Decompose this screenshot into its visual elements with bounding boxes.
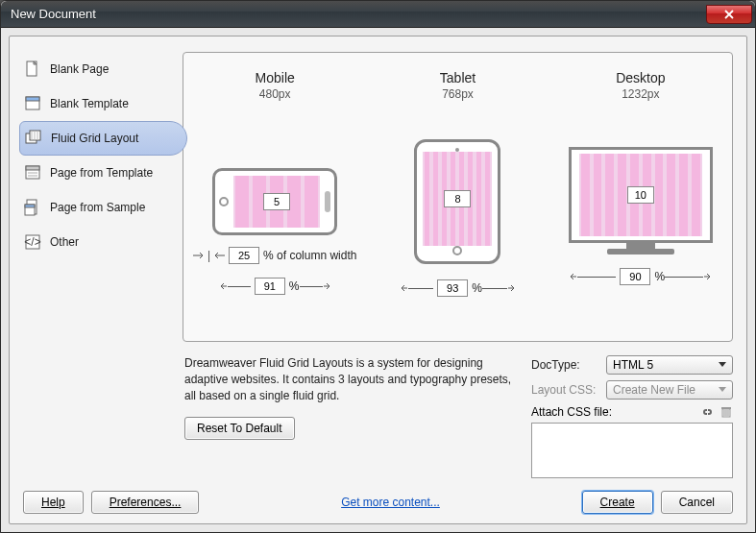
layoutcss-select: Create New File (606, 380, 733, 400)
template-icon (23, 94, 42, 113)
fluid-grid-icon (24, 129, 43, 148)
doc-options: DocType: HTML 5 Layout CSS: Create New F… (531, 355, 733, 478)
sidebar-item-label: Fluid Grid Layout (51, 132, 138, 145)
page-icon (23, 60, 42, 79)
category-sidebar: Blank Page Blank Template Fluid Grid Lay… (19, 52, 173, 259)
svg-rect-2 (26, 97, 39, 101)
column-width-suffix: % of column width (263, 249, 356, 262)
titlebar: New Document (1, 1, 755, 28)
arrow-right-icon (323, 281, 330, 291)
doctype-select[interactable]: HTML 5 (606, 355, 733, 375)
layoutcss-value: Create New File (613, 383, 695, 397)
arrow-right-icon (703, 272, 711, 281)
device-resolution: 768px (442, 87, 474, 101)
svg-rect-21 (721, 407, 731, 409)
monitor-mock (569, 120, 713, 254)
sidebar-item-label: Other (50, 235, 79, 249)
doctype-label: DocType: (531, 358, 606, 372)
fluid-grid-preview: Mobile 480px | (183, 52, 733, 342)
chevron-down-icon (719, 387, 726, 393)
percent-suffix: % (289, 279, 300, 293)
sidebar-item-label: Page from Sample (50, 201, 145, 214)
device-title: Mobile (256, 70, 295, 85)
dialog-content: Blank Page Blank Template Fluid Grid Lay… (9, 36, 747, 524)
device-resolution: 1232px (622, 87, 659, 101)
phone-mock (212, 120, 337, 235)
css-file-list[interactable] (531, 423, 733, 478)
create-button[interactable]: Create (582, 491, 653, 514)
device-title: Tablet (440, 70, 476, 85)
mobile-percent-input[interactable] (255, 278, 285, 295)
layoutcss-label: Layout CSS: (531, 383, 606, 397)
sidebar-item-fluid-grid[interactable]: Fluid Grid Layout (19, 121, 187, 156)
sidebar-item-blank-template[interactable]: Blank Template (19, 86, 173, 121)
help-button[interactable]: Help (23, 491, 84, 514)
preferences-button[interactable]: Preferences... (91, 491, 200, 514)
sidebar-item-label: Blank Page (50, 62, 109, 76)
page-template-icon (23, 163, 42, 182)
device-tablet: Tablet 768px (366, 53, 549, 341)
chevron-down-icon (719, 362, 726, 368)
sidebar-item-label: Page from Template (50, 166, 153, 180)
link-icon[interactable] (700, 406, 714, 418)
mobile-columns-input[interactable] (263, 193, 290, 210)
close-button[interactable] (706, 5, 752, 24)
svg-rect-14 (25, 205, 35, 207)
attach-css-label: Attach CSS file: (531, 405, 612, 419)
desktop-percent-input[interactable] (620, 268, 650, 285)
dialog-footer: Help Preferences... Get more content... … (10, 491, 746, 514)
tablet-mock (414, 120, 500, 264)
tablet-percent-input[interactable] (437, 279, 468, 297)
arrow-right-icon (193, 251, 207, 260)
sidebar-item-page-from-sample[interactable]: Page from Sample (19, 190, 173, 225)
percent-suffix: % (654, 270, 665, 283)
dialog-window: New Document Blank Page Blank Template F… (0, 0, 756, 533)
page-sample-icon (23, 198, 42, 217)
device-title: Desktop (616, 70, 665, 85)
sidebar-item-label: Blank Template (50, 97, 129, 110)
arrow-left-icon (220, 281, 228, 291)
arrow-left-icon (211, 251, 225, 260)
tablet-columns-input[interactable] (444, 190, 471, 207)
description-text: Dreamweaver Fluid Grid Layouts is a syst… (184, 355, 521, 403)
column-width-input[interactable] (229, 247, 259, 264)
arrow-left-icon (401, 283, 408, 293)
device-desktop: Desktop 1232px (549, 53, 732, 341)
sidebar-item-other[interactable]: </> Other (19, 225, 173, 259)
device-resolution: 480px (259, 87, 291, 101)
get-more-content-link[interactable]: Get more content... (341, 496, 440, 509)
trash-icon[interactable] (719, 406, 733, 418)
percent-suffix: % (472, 281, 482, 295)
svg-text:</>: </> (24, 235, 40, 249)
arrow-right-icon (507, 283, 515, 293)
desktop-columns-input[interactable] (627, 186, 654, 204)
device-mobile: Mobile 480px | (183, 53, 366, 341)
code-icon: </> (23, 232, 42, 252)
window-title: New Document (11, 7, 96, 21)
arrow-left-icon (570, 272, 577, 281)
cancel-button[interactable]: Cancel (661, 491, 733, 514)
reset-button[interactable]: Reset To Default (184, 417, 295, 440)
svg-rect-9 (26, 166, 39, 170)
sidebar-item-page-from-template[interactable]: Page from Template (19, 156, 173, 190)
sidebar-item-blank-page[interactable]: Blank Page (19, 52, 173, 86)
close-icon (724, 10, 734, 19)
doctype-value: HTML 5 (613, 358, 653, 372)
